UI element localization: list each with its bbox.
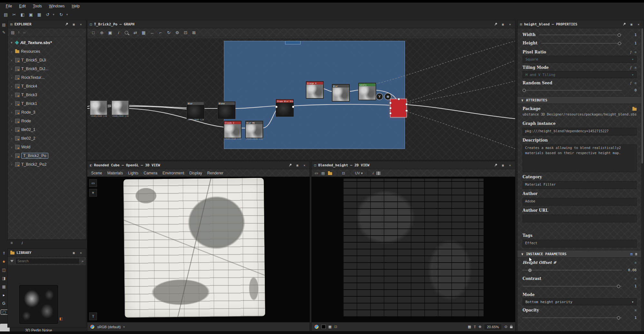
preset-menu-icon[interactable]: ≡	[635, 81, 637, 85]
scrollbar-thumb[interactable]	[641, 28, 643, 163]
close-icon[interactable]: ✕	[507, 162, 513, 168]
library-group-g-icon[interactable]: G	[1, 301, 7, 306]
redo-menu-icon[interactable]: ▾	[66, 13, 70, 16]
function-icon[interactable]: ƒ	[630, 66, 632, 70]
height-slider[interactable]	[541, 42, 622, 45]
menu-display[interactable]: Display	[189, 171, 202, 175]
tree-item-selected[interactable]: ›T_Brick2_Po	[10, 151, 86, 160]
attributes-section-bar[interactable]: ∨ ATTRIBUTES	[517, 96, 641, 104]
preset-menu-icon[interactable]: ≡	[635, 50, 637, 54]
tree-item[interactable]: ›T_Brick1	[10, 99, 86, 108]
center-view-icon[interactable]: ⊕	[478, 325, 481, 329]
graph-node-blur-2[interactable]: Blur	[332, 84, 350, 101]
properties-scrollbar[interactable]	[641, 21, 643, 331]
package-folder-icon[interactable]	[632, 108, 637, 111]
tree-item[interactable]: ›Wold	[10, 143, 86, 151]
zoom-level-value[interactable]: 20.65%	[484, 324, 502, 330]
width-slider[interactable]	[539, 33, 622, 36]
menu-camera[interactable]: Camera	[144, 171, 158, 175]
new-view-icon[interactable]: ▭	[315, 171, 318, 175]
compare-wire-icon[interactable]: ⊗	[384, 93, 391, 100]
cut-icon[interactable]: ✂	[11, 11, 17, 18]
preset-menu-icon[interactable]: ≡	[635, 66, 637, 70]
graph-canvas[interactable]: 2048x2048 L16 2048x2048 L16 Blur 2048x20…	[87, 38, 515, 160]
tree-item[interactable]: ›T_Brick4	[10, 82, 86, 90]
close-icon[interactable]: ✕	[78, 22, 83, 27]
graph-node-blend[interactable]: Blend	[218, 102, 235, 119]
tree-item[interactable]: ›Rode	[10, 116, 86, 125]
menu-tools[interactable]: Tools	[33, 4, 42, 8]
zoom-reset-icon[interactable]: ⊙	[505, 325, 507, 329]
pin-icon[interactable]	[622, 22, 627, 27]
filter-funnel-icon[interactable]	[10, 260, 14, 262]
float-icon[interactable]: ▣	[295, 162, 300, 168]
save-strip-icon[interactable]: ▤	[1, 23, 7, 27]
library-expand-icon[interactable]: ▸	[1, 293, 7, 297]
category-value[interactable]: Material Filter	[523, 181, 637, 189]
background-swatch-icon[interactable]	[322, 325, 326, 329]
library-selected-filter-icon[interactable]: ▢	[1, 310, 8, 315]
menu-windows[interactable]: Windows	[49, 4, 65, 8]
rotate-icon[interactable]: ↻	[165, 29, 172, 36]
graph-node-height-blend-selected[interactable]	[390, 99, 407, 117]
info-icon[interactable]: i	[115, 29, 122, 36]
graph-node-blur[interactable]: Blur 2048x2048 L16	[187, 102, 204, 119]
open-icon[interactable]: ◧	[19, 11, 26, 18]
graph-node-clouds[interactable]: Clouds 2 2048x2048 L16	[224, 121, 241, 138]
close-icon[interactable]: ✕	[636, 22, 641, 27]
grid-toggle-icon[interactable]: ▦	[468, 325, 471, 329]
camera-icon[interactable]: ▣	[107, 29, 114, 36]
fit-width-icon[interactable]: ↔	[149, 29, 156, 36]
tools-icon[interactable]: ⚙	[174, 29, 181, 36]
frame-select-icon[interactable]: □	[90, 29, 97, 36]
graph-node-slope-blur[interactable]: Slope Blur Grays	[276, 99, 293, 116]
fit-texture-icon[interactable]: T	[474, 325, 476, 329]
close-icon[interactable]: ✕	[507, 22, 513, 27]
author-url-value[interactable]	[523, 215, 637, 222]
import-icon[interactable]: ↑	[18, 30, 20, 35]
framed-image-icon[interactable]: ⊡	[334, 325, 337, 329]
zoom-icon[interactable]	[123, 29, 130, 36]
colorspace-select[interactable]: sRGB (default)	[97, 325, 121, 329]
opacity-slider[interactable]	[523, 316, 622, 319]
material-mode-icon[interactable]: ⊡	[182, 29, 189, 36]
colorspace-sphere-icon[interactable]	[314, 324, 319, 329]
float-icon[interactable]: ▣	[71, 22, 76, 27]
tree-root[interactable]: ▾ All_Texture.sbs*	[10, 38, 86, 47]
branch-wire-icon[interactable]: Y	[376, 93, 383, 100]
pixel-ratio-select[interactable]: Square ▾	[523, 56, 637, 63]
height-offset-slider[interactable]	[523, 268, 622, 272]
light-icon[interactable]: ☀	[89, 189, 97, 197]
library-thumbnail[interactable]	[19, 285, 58, 324]
mode-select[interactable]: Bottom height priority ▾	[523, 298, 637, 305]
preset-menu-icon[interactable]: ≡	[635, 308, 637, 312]
grid-snap-icon[interactable]: ▦	[140, 29, 147, 36]
menu-environment[interactable]: Environment	[162, 171, 184, 175]
random-seed-slider[interactable]	[523, 88, 622, 92]
favorites-star-icon[interactable]: ★	[1, 259, 7, 264]
viewport-info-toggle-icon[interactable]: T	[89, 312, 97, 320]
copy-icon[interactable]: ▣	[28, 11, 34, 18]
pin-icon[interactable]	[64, 22, 69, 27]
link-nodes-icon[interactable]: ⇄	[132, 29, 139, 36]
view3d-viewport[interactable]: ▭ ☀ T	[87, 177, 310, 322]
fit-view-icon[interactable]: ⊡	[342, 171, 345, 175]
function-icon[interactable]: ƒ	[630, 81, 632, 85]
instance-parameters-section-bar[interactable]: ∨ INSTANCE PARAMETERS ▤ ≡	[517, 250, 641, 258]
float-icon[interactable]: ▣	[500, 162, 505, 168]
info-icon[interactable]: i	[19, 241, 25, 245]
pin-icon[interactable]	[493, 22, 498, 27]
pin-icon[interactable]	[288, 162, 293, 168]
display-mode-icon[interactable]: ▭	[89, 179, 97, 187]
tree-item[interactable]: ›tile02_2	[10, 134, 86, 143]
save-package-icon[interactable]: ▤	[11, 30, 14, 35]
root-caret-icon[interactable]: ▾	[10, 41, 14, 45]
menu-file[interactable]: File	[6, 4, 12, 8]
close-icon[interactable]: ✕	[78, 250, 83, 255]
tree-item[interactable]: ›T_Brick5_DiJ...	[10, 64, 86, 73]
undo-menu-icon[interactable]: ▾	[53, 13, 56, 16]
uv-select[interactable]: UV ▾	[355, 171, 363, 175]
redo-icon[interactable]: ↻	[58, 11, 64, 18]
graph-node-levels[interactable]: Levels	[359, 83, 376, 100]
undo-icon[interactable]: ↺	[44, 11, 51, 18]
